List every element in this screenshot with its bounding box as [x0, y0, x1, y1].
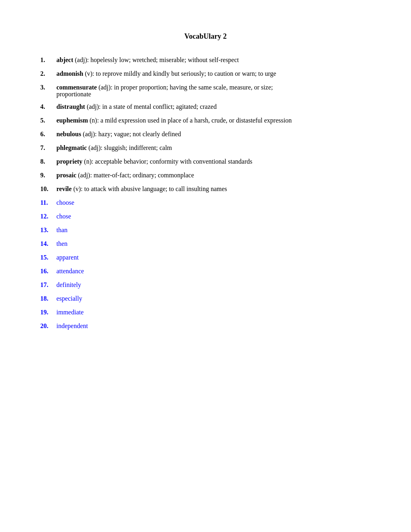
- part-of-speech: (n):: [84, 158, 93, 165]
- item-definition: in a state of mental conflict; agitated;…: [102, 103, 217, 110]
- list-item: 7. phlegmatic (adj): sluggish; indiffere…: [40, 143, 371, 153]
- part-of-speech: (v):: [73, 185, 83, 192]
- item-content: euphemism (n): a mild expression used in…: [56, 116, 371, 125]
- item-number: 11.: [40, 198, 56, 208]
- item-number: 7.: [40, 143, 56, 153]
- item-word: revile: [56, 185, 72, 192]
- item-content: nebulous (adj): hazy; vague; not clearly…: [56, 129, 371, 139]
- vocabulary-list: 1. abject (adj): hopelessly low; wretche…: [40, 55, 371, 331]
- item-word: immediate: [56, 308, 371, 317]
- list-item: 11. choose: [40, 198, 371, 208]
- item-number: 5.: [40, 116, 56, 125]
- item-word: commensurate: [56, 84, 97, 91]
- list-item: 15. apparent: [40, 253, 371, 262]
- item-definition: to reprove mildly and kindly but serious…: [96, 70, 276, 77]
- page-title: VocabUlary 2: [40, 32, 371, 41]
- list-item: 1. abject (adj): hopelessly low; wretche…: [40, 55, 371, 65]
- item-word: attendance: [56, 266, 371, 276]
- item-number: 8.: [40, 157, 56, 166]
- list-item: 12. chose: [40, 212, 371, 221]
- part-of-speech: (v):: [85, 70, 94, 77]
- item-word: phlegmatic: [56, 144, 87, 151]
- item-word: than: [56, 225, 371, 235]
- list-item: 17. definitely: [40, 280, 371, 290]
- item-word: definitely: [56, 280, 371, 290]
- item-number: 9.: [40, 170, 56, 180]
- item-number: 16.: [40, 266, 56, 276]
- item-word: nebulous: [56, 131, 81, 137]
- item-definition: matter-of-fact; ordinary; commonplace: [93, 172, 194, 179]
- item-number: 10.: [40, 184, 56, 194]
- item-word: then: [56, 239, 371, 249]
- item-definition: to attack with abusive language; to call…: [84, 185, 227, 192]
- item-definition: acceptable behavior; conformity with con…: [95, 158, 253, 165]
- item-definition: a mild expression used in place of a har…: [100, 117, 292, 124]
- part-of-speech: (adj):: [78, 172, 92, 179]
- item-number: 4.: [40, 102, 56, 112]
- part-of-speech: (n):: [89, 117, 99, 124]
- item-content: propriety (n): acceptable behavior; conf…: [56, 157, 371, 166]
- list-item: 8. propriety (n): acceptable behavior; c…: [40, 157, 371, 166]
- list-item: 19. immediate: [40, 308, 371, 317]
- item-definition: in proper proportion; having the same sc…: [114, 84, 273, 91]
- list-item: 6. nebulous (adj): hazy; vague; not clea…: [40, 129, 371, 139]
- item-word: apparent: [56, 253, 371, 262]
- part-of-speech: (adj):: [83, 131, 97, 137]
- list-item: 18. especially: [40, 294, 371, 303]
- item-number: 19.: [40, 308, 56, 317]
- item-number: 17.: [40, 280, 56, 290]
- item-number: 6.: [40, 129, 56, 139]
- item-word: independent: [56, 321, 371, 331]
- item-number: 12.: [40, 212, 56, 221]
- item-number: 1.: [40, 55, 56, 65]
- item-word: admonish: [56, 70, 83, 77]
- item-content: prosaic (adj): matter-of-fact; ordinary;…: [56, 170, 371, 180]
- list-item: 20. independent: [40, 321, 371, 331]
- item-word: propriety: [56, 158, 83, 165]
- item-number: 20.: [40, 321, 56, 331]
- item-content: abject (adj): hopelessly low; wretched; …: [56, 55, 371, 65]
- item-number: 3.: [40, 83, 56, 92]
- item-content: phlegmatic (adj): sluggish; indifferent;…: [56, 143, 371, 153]
- item-word: euphemism: [56, 117, 88, 124]
- list-item: 5. euphemism (n): a mild expression used…: [40, 116, 371, 125]
- item-word: choose: [56, 198, 371, 208]
- item-definition: hopelessly low; wretched; miserable; wit…: [90, 56, 239, 63]
- item-number: 18.: [40, 294, 56, 303]
- item-number: 13.: [40, 225, 56, 235]
- item-definition: hazy; vague; not clearly defined: [98, 131, 181, 137]
- list-item: 10. revile (v): to attack with abusive l…: [40, 184, 371, 194]
- item-word: chose: [56, 212, 371, 221]
- item-number: 14.: [40, 239, 56, 249]
- item-word: distraught: [56, 103, 85, 110]
- list-item: 2. admonish (v): to reprove mildly and k…: [40, 69, 371, 79]
- item-number: 2.: [40, 69, 56, 79]
- item-word: prosaic: [56, 172, 76, 179]
- item-definition: sluggish; indifferent; calm: [104, 144, 172, 151]
- part-of-speech: (adj):: [98, 84, 112, 91]
- item-content: admonish (v): to reprove mildly and kind…: [56, 69, 371, 79]
- item-content: distraught (adj): in a state of mental c…: [56, 102, 371, 112]
- item-word: abject: [56, 56, 73, 63]
- item-word: especially: [56, 294, 371, 303]
- item-content: revile (v): to attack with abusive langu…: [56, 184, 371, 194]
- list-item: 14. then: [40, 239, 371, 249]
- item-number: 15.: [40, 253, 56, 262]
- list-item: 9. prosaic (adj): matter-of-fact; ordina…: [40, 170, 371, 180]
- item-content: commensurate (adj): in proper proportion…: [56, 83, 371, 92]
- part-of-speech: (adj):: [75, 56, 89, 63]
- list-item: 13. than: [40, 225, 371, 235]
- list-item: 4. distraught (adj): in a state of menta…: [40, 102, 371, 112]
- part-of-speech: (adj):: [87, 103, 101, 110]
- part-of-speech: (adj):: [89, 144, 103, 151]
- list-item: 16. attendance: [40, 266, 371, 276]
